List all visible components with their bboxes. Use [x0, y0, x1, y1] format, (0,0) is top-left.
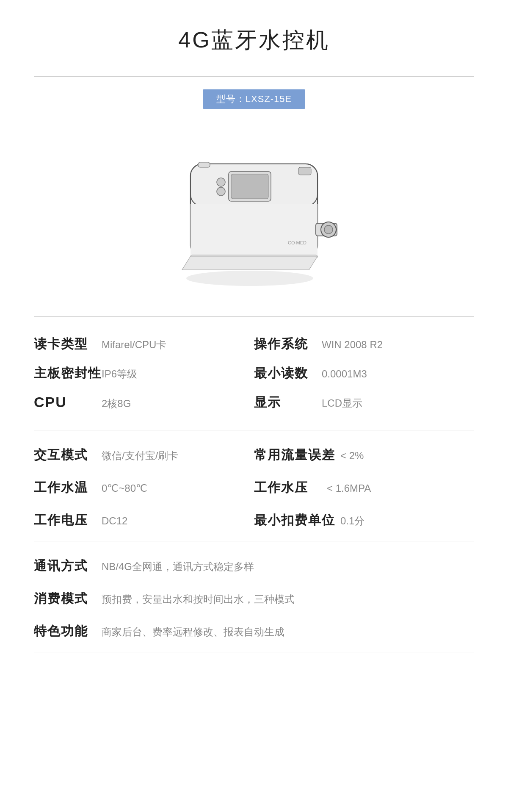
spec-row-consume: 消费模式 预扣费，安量出水和按时间出水，三种模式	[34, 582, 474, 615]
value-min-charge: 0.1分	[340, 514, 364, 528]
value-consume: 预扣费，安量出水和按时间出水，三种模式	[102, 593, 295, 606]
label-flow-error: 常用流量误差	[254, 446, 335, 464]
spec-row-cpu: CPU 2核8G	[34, 388, 254, 417]
model-badge: 型号：LXSZ-15E	[203, 89, 306, 109]
svg-rect-3	[231, 174, 268, 199]
spec-row-water-temp: 工作水温 0℃~80℃	[34, 471, 254, 504]
spec-row-interaction: 交互模式 微信/支付宝/刷卡	[34, 439, 254, 471]
value-flow-error: < 2%	[340, 450, 364, 462]
spec-row-sealing: 主板密封性 IP6等级	[34, 359, 254, 388]
spec-row-min-charge: 最小扣费单位 0.1分	[254, 504, 474, 537]
spec-row-min-reading: 最小读数 0.0001M3	[254, 359, 474, 388]
value-card-type: Mifarel/CPU卡	[102, 338, 166, 352]
label-os: 操作系统	[254, 335, 322, 353]
product-sketch-svg: CO·MED	[157, 122, 351, 299]
label-interaction: 交互模式	[34, 446, 102, 464]
specs-grid-1: 读卡类型 Mifarel/CPU卡 操作系统 WIN 2008 R2 主板密封性…	[34, 330, 474, 417]
product-image-container: CO·MED	[34, 122, 474, 299]
svg-point-5	[217, 178, 225, 186]
model-badge-container: 型号：LXSZ-15E	[34, 89, 474, 109]
svg-point-13	[324, 225, 333, 234]
value-voltage: DC12	[102, 515, 127, 527]
label-water-temp: 工作水温	[34, 479, 102, 496]
label-cpu: CPU	[34, 394, 102, 410]
spec-row-water-pressure: 工作水压 < 1.6MPA	[254, 471, 474, 504]
spec-row-display: 显示 LCD显示	[254, 388, 474, 417]
value-cpu: 2核8G	[102, 397, 131, 410]
svg-point-16	[186, 271, 313, 286]
value-interaction: 微信/支付宝/刷卡	[102, 449, 178, 463]
label-comm: 通讯方式	[34, 557, 102, 575]
value-feature: 商家后台、费率远程修改、报表自动生成	[102, 625, 284, 639]
value-water-pressure: < 1.6MPA	[327, 482, 371, 494]
spec-row-flow-error: 常用流量误差 < 2%	[254, 439, 474, 471]
svg-rect-9	[190, 204, 318, 257]
label-water-pressure: 工作水压	[254, 479, 322, 496]
label-voltage: 工作电压	[34, 512, 102, 529]
value-water-temp: 0℃~80℃	[102, 482, 147, 494]
spec-row-os: 操作系统 WIN 2008 R2	[254, 330, 474, 359]
spec-row-card-type: 读卡类型 Mifarel/CPU卡	[34, 330, 254, 359]
label-card-type: 读卡类型	[34, 335, 102, 353]
label-sealing: 主板密封性	[34, 365, 102, 382]
specs-section-3: 通讯方式 NB/4G全网通，通讯方式稳定多样 消费模式 预扣费，安量出水和按时间…	[34, 541, 474, 652]
value-min-reading: 0.0001M3	[322, 368, 367, 380]
label-consume: 消费模式	[34, 590, 102, 607]
label-display: 显示	[254, 394, 322, 411]
value-os: WIN 2008 R2	[322, 339, 383, 351]
specs-section-2: 交互模式 微信/支付宝/刷卡 常用流量误差 < 2% 工作水温 0℃~80℃ 工…	[34, 430, 474, 541]
specs-grid-2: 交互模式 微信/支付宝/刷卡 常用流量误差 < 2% 工作水温 0℃~80℃ 工…	[34, 439, 474, 537]
svg-point-4	[217, 187, 225, 196]
page-title: 4G蓝牙水控机	[34, 25, 474, 55]
svg-rect-17	[298, 167, 311, 175]
svg-text:CO·MED: CO·MED	[288, 240, 306, 245]
svg-rect-15	[198, 162, 210, 167]
label-min-reading: 最小读数	[254, 365, 322, 382]
spec-row-voltage: 工作电压 DC12	[34, 504, 254, 537]
value-sealing: IP6等级	[102, 367, 137, 381]
top-divider	[34, 76, 474, 77]
value-display: LCD显示	[322, 396, 362, 410]
page-container: 4G蓝牙水控机 型号：LXSZ-15E	[0, 0, 508, 812]
product-image: CO·MED	[157, 122, 351, 299]
label-min-charge: 最小扣费单位	[254, 512, 335, 529]
spec-row-comm: 通讯方式 NB/4G全网通，通讯方式稳定多样	[34, 550, 474, 582]
value-comm: NB/4G全网通，通讯方式稳定多样	[102, 560, 254, 574]
spec-row-feature: 特色功能 商家后台、费率远程修改、报表自动生成	[34, 615, 474, 648]
specs-section-1: 读卡类型 Mifarel/CPU卡 操作系统 WIN 2008 R2 主板密封性…	[34, 316, 474, 430]
label-feature: 特色功能	[34, 623, 102, 640]
